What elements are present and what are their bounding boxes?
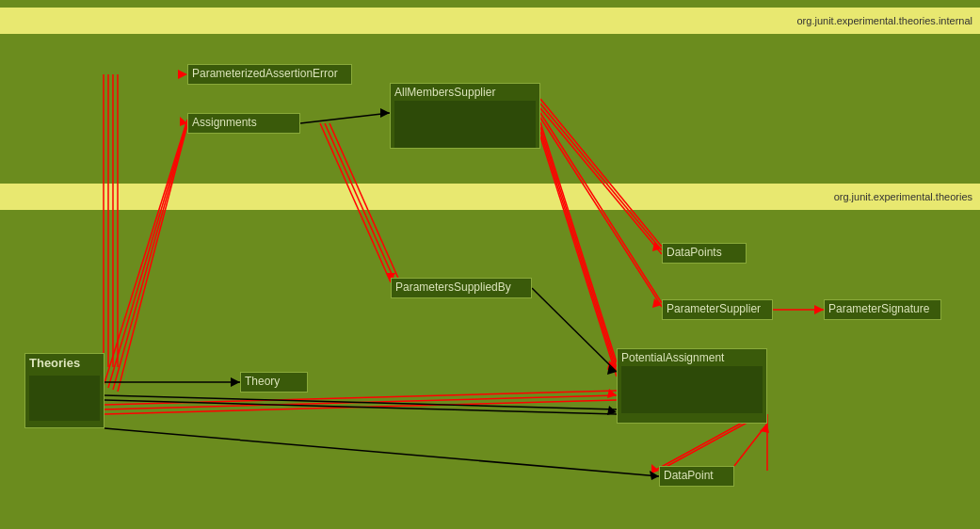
node-data-points[interactable]: DataPoints xyxy=(662,243,747,264)
svg-line-16 xyxy=(540,113,662,303)
svg-line-8 xyxy=(118,125,187,392)
node-label-parameterized-assertion-error: ParameterizedAssertionError xyxy=(192,67,338,80)
svg-line-43 xyxy=(320,123,391,282)
node-assignments[interactable]: Assignments xyxy=(187,113,300,134)
node-label-theories: Theories xyxy=(29,356,100,374)
node-label-parameter-supplier: ParameterSupplier xyxy=(667,302,761,315)
node-all-members-supplier-body xyxy=(394,101,536,148)
arrows-layer xyxy=(0,0,980,529)
svg-line-12 xyxy=(540,99,662,247)
node-potential-assignment[interactable]: PotentialAssignment xyxy=(617,348,767,424)
node-label-theory: Theory xyxy=(245,375,280,388)
node-label-all-members-supplier: AllMembersSupplier xyxy=(394,86,495,99)
node-theories[interactable]: Theories xyxy=(24,353,104,428)
node-theories-body xyxy=(29,376,100,421)
node-parameter-supplier[interactable]: ParameterSupplier xyxy=(662,299,773,320)
node-potential-assignment-body xyxy=(621,366,763,413)
node-theory[interactable]: Theory xyxy=(240,372,308,393)
node-label-assignments: Assignments xyxy=(192,116,257,129)
svg-line-19 xyxy=(540,122,617,362)
svg-line-44 xyxy=(325,123,395,282)
svg-line-7 xyxy=(113,123,187,390)
node-label-potential-assignment: PotentialAssignment xyxy=(621,351,724,364)
svg-marker-11 xyxy=(380,108,390,118)
node-label-parameter-signature: ParameterSignature xyxy=(828,302,929,315)
svg-marker-15 xyxy=(652,242,662,251)
svg-line-20 xyxy=(540,127,617,367)
node-parameter-signature[interactable]: ParameterSignature xyxy=(824,299,941,320)
svg-line-10 xyxy=(300,113,390,123)
node-label-parameters-supplied-by: ParametersSuppliedBy xyxy=(395,281,511,294)
node-all-members-supplier[interactable]: AllMembersSupplier xyxy=(390,83,540,149)
svg-line-21 xyxy=(540,132,617,372)
node-label-data-point: DataPoint xyxy=(664,469,714,482)
svg-marker-33 xyxy=(814,305,824,314)
svg-line-39 xyxy=(104,428,659,476)
svg-line-6 xyxy=(108,121,187,388)
svg-line-5 xyxy=(104,120,187,386)
svg-marker-35 xyxy=(231,377,240,387)
node-parameters-supplied-by[interactable]: ParametersSuppliedBy xyxy=(391,278,532,298)
node-data-point[interactable]: DataPoint xyxy=(659,466,734,487)
svg-line-17 xyxy=(540,118,662,307)
node-parameterized-assertion-error[interactable]: ParameterizedAssertionError xyxy=(187,64,352,85)
node-label-data-points: DataPoints xyxy=(667,246,722,259)
svg-line-13 xyxy=(540,104,662,250)
svg-marker-4 xyxy=(178,70,187,79)
